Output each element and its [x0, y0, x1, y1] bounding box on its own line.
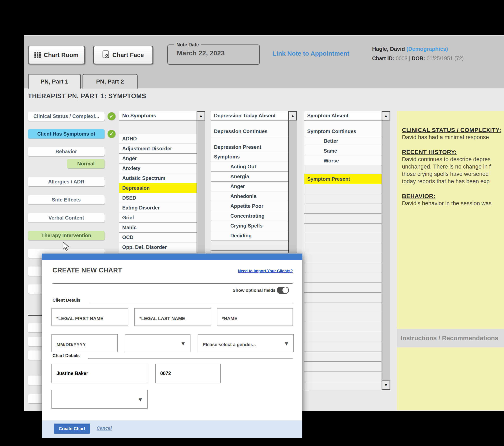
list-item[interactable]: Anergia	[211, 172, 288, 182]
link-note-to-appointment[interactable]: Link Note to Appointment	[272, 50, 349, 57]
list-item[interactable]: DSED	[119, 193, 197, 203]
client-details-heading: Client Details	[53, 298, 80, 303]
sidebar-button[interactable]: Side Effects	[28, 195, 105, 205]
chart-number-input[interactable]: 0072	[155, 364, 221, 383]
chart-face-button[interactable]: Chart Face	[93, 46, 153, 64]
sidebar-button[interactable]: Client Has Symptoms of	[28, 129, 105, 138]
list-item[interactable]	[304, 292, 381, 302]
check-icon: ✓	[108, 112, 115, 120]
list-item[interactable]: Depression Continues	[211, 120, 288, 136]
note-lines: CLINICAL STATUS / COMPLEXITY:David has h…	[397, 111, 504, 207]
list-item[interactable]	[304, 184, 381, 194]
sidebar-button[interactable]: Allergies / ADR	[28, 177, 105, 186]
list-item[interactable]: Worse	[304, 156, 381, 166]
sidebar-button[interactable]: Behavior	[28, 147, 105, 156]
name-input[interactable]: *NAME	[217, 308, 293, 326]
scroll-up-icon[interactable]: ▲	[382, 111, 390, 120]
list-item[interactable]: Symptom Continues	[304, 120, 381, 136]
cancel-link[interactable]: Cancel	[97, 426, 112, 431]
legal-first-name-input[interactable]: *LEGAL FIRST NAME	[52, 308, 128, 326]
list-item[interactable]	[304, 283, 381, 292]
list-item[interactable]	[211, 251, 288, 253]
list-item[interactable]	[304, 166, 381, 174]
scrollbar[interactable]: ▲	[289, 111, 297, 253]
list-item[interactable]: Anger	[211, 182, 288, 191]
note-text-line: David's behavior in the session was	[402, 200, 504, 207]
list-item[interactable]: Acting Out	[211, 162, 288, 172]
list-item[interactable]	[304, 352, 381, 362]
chart-details-line	[88, 358, 292, 359]
list-item[interactable]: Same	[304, 146, 381, 156]
scrollbar[interactable]: ▲	[197, 111, 205, 253]
sidebar-button[interactable]: Clinical Status / Complexi...	[28, 112, 105, 121]
gender-dropdown[interactable]: Please select a gender...▼	[198, 334, 294, 352]
list-item[interactable]	[304, 342, 381, 352]
list-item[interactable]: Anger	[119, 154, 197, 164]
tab-pn-part-2[interactable]: PN, Part 2	[83, 74, 138, 88]
list-item[interactable]: Autistic Spectrum	[119, 173, 197, 183]
list-item[interactable]	[119, 120, 197, 134]
scroll-down-icon[interactable]: ▼	[382, 380, 390, 390]
list-item[interactable]	[304, 302, 381, 312]
list-item[interactable]: Better	[304, 136, 381, 146]
toggle-knob-icon	[282, 287, 288, 293]
list-header: No Symptoms	[119, 111, 197, 120]
list-item[interactable]	[211, 241, 288, 251]
legal-last-name-input[interactable]: *LEGAL LAST NAME	[134, 308, 211, 326]
demographics-link[interactable]: (Demographics)	[406, 46, 448, 52]
show-optional-fields-toggle[interactable]	[277, 287, 289, 294]
sidebar-button[interactable]: Normal	[67, 159, 105, 168]
unlabeled-dropdown-1[interactable]: ▼	[125, 334, 190, 352]
clinician-input[interactable]: Justine Baker	[52, 364, 148, 383]
scrollbar[interactable]: ▲▼	[382, 111, 390, 390]
scroll-up-icon[interactable]: ▲	[197, 111, 205, 120]
tab-pn-part-1[interactable]: PN, Part 1	[28, 74, 81, 88]
list-item[interactable]	[304, 194, 381, 204]
list-item[interactable]	[304, 312, 381, 322]
list-item[interactable]: Adjustment Disorder	[119, 144, 197, 154]
list-item[interactable]: Deciding	[211, 231, 288, 241]
chart-room-button[interactable]: Chart Room	[28, 46, 85, 64]
sidebar-button[interactable]: Verbal Content	[28, 213, 105, 223]
list-item[interactable]	[304, 362, 381, 372]
list-item[interactable]: Depression Present	[211, 136, 288, 152]
list-item[interactable]: Appetite Poor	[211, 201, 288, 211]
note-date-field[interactable]: Note Date March 22, 2023	[167, 42, 260, 65]
list-item[interactable]: Opp. Def. Disorder	[119, 242, 197, 252]
list-item[interactable]	[304, 381, 381, 390]
create-chart-button[interactable]: Create Chart	[54, 424, 90, 434]
list-item[interactable]: Anxiety	[119, 164, 197, 173]
unlabeled-dropdown-2[interactable]: ▼	[52, 390, 148, 409]
import-clients-link[interactable]: Need to Import Your Clients?	[238, 269, 293, 273]
list-item[interactable]	[304, 243, 381, 253]
note-text-line	[402, 185, 504, 192]
list-item[interactable]: OCD	[119, 233, 197, 242]
list-item[interactable]: Manic	[119, 223, 197, 233]
list-item[interactable]	[304, 214, 381, 223]
list-item[interactable]: Crying Spells	[211, 221, 288, 231]
list-item[interactable]: Symptom Present	[304, 174, 381, 184]
patient-subheader: Chart ID: 0003 | DOB: 01/25/1951 (72)	[372, 55, 464, 62]
list-item[interactable]	[304, 253, 381, 263]
list-item[interactable]	[304, 233, 381, 243]
list-item[interactable]	[304, 273, 381, 283]
chart-id-label: Chart ID:	[372, 55, 394, 61]
create-new-chart-modal: CREATE NEW CHART Need to Import Your Cli…	[42, 254, 302, 438]
list-item[interactable]: ADHD	[119, 134, 197, 144]
list-item[interactable]: Depression	[119, 183, 197, 193]
list-item[interactable]: Concentrating	[211, 211, 288, 221]
list-item[interactable]	[304, 322, 381, 332]
list-item[interactable]: Eating Disorder	[119, 203, 197, 213]
list-item[interactable]: Grief	[119, 213, 197, 223]
list-item[interactable]: Symptoms	[211, 152, 288, 162]
list-item[interactable]	[304, 263, 381, 273]
list-item[interactable]: Anhedonia	[211, 191, 288, 201]
dob-input[interactable]: MM/DD/YYYY	[52, 334, 118, 352]
sidebar-button[interactable]: Therapy Intervention	[28, 231, 105, 240]
chart-room-label: Chart Room	[44, 52, 79, 59]
list-item[interactable]	[304, 204, 381, 214]
list-item[interactable]	[304, 372, 381, 381]
list-item[interactable]	[304, 332, 381, 342]
list-item[interactable]	[304, 223, 381, 233]
scroll-up-icon[interactable]: ▲	[289, 111, 297, 120]
